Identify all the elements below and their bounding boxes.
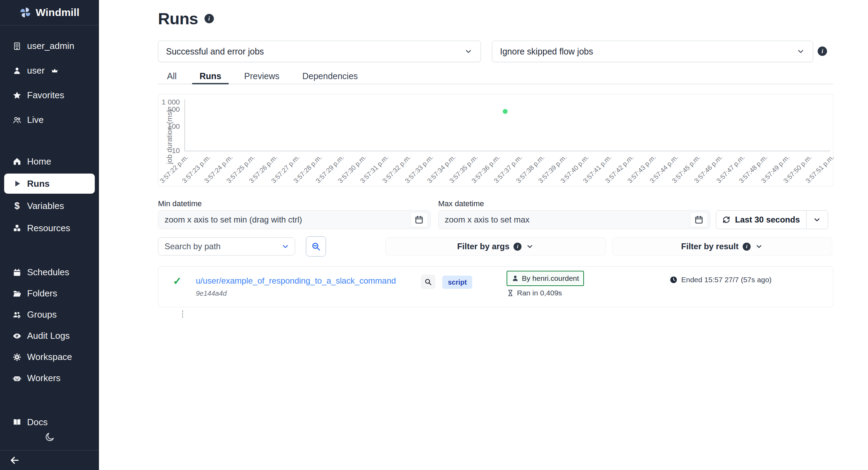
min-datetime-input[interactable] <box>158 211 410 229</box>
skipped-flow-info-icon[interactable]: i <box>818 47 827 56</box>
calendar-icon <box>694 215 704 225</box>
sidebar-item-runs[interactable]: Runs <box>0 173 99 195</box>
max-datetime-input[interactable] <box>439 211 690 229</box>
run-by-badge[interactable]: By henri.courdent <box>507 271 584 286</box>
collapse-sidebar-arrow-icon[interactable] <box>9 455 20 466</box>
chart-y-tick: 10 <box>158 146 180 155</box>
completion-status-select[interactable]: Successful and error jobs <box>158 41 481 62</box>
chart-data-point[interactable] <box>503 109 508 114</box>
sidebar-item-label: Groups <box>27 309 57 320</box>
sidebar-item-label: Audit Logs <box>27 330 70 341</box>
time-range-dropdown[interactable] <box>807 215 828 224</box>
person-icon <box>511 275 519 282</box>
chart-plot-area[interactable] <box>185 98 830 151</box>
run-by-label: By henri.courdent <box>522 274 579 283</box>
sidebar-header[interactable]: Windmill <box>0 0 99 25</box>
home-icon <box>12 157 22 166</box>
max-datetime-field <box>438 210 710 229</box>
sidebar: Windmill user_adminuserFavoritesLiveHome… <box>0 0 99 470</box>
sidebar-item-docs[interactable]: Docs <box>0 414 99 430</box>
star-icon <box>12 91 22 100</box>
sidebar-item-audit-logs[interactable]: Audit Logs <box>0 325 99 346</box>
sidebar-item-resources[interactable]: Resources <box>0 217 99 239</box>
collapse-row <box>0 451 99 470</box>
sidebar-section-0: user_adminuserFavoritesLive <box>0 34 99 132</box>
sidebar-item-label: user_admin <box>27 41 74 51</box>
sidebar-item-groups[interactable]: Groups <box>0 304 99 325</box>
person-icon <box>12 66 22 75</box>
sidebar-item-workspace-user-admin[interactable]: user_admin <box>0 34 99 58</box>
sidebar-item-folders[interactable]: Folders <box>0 283 99 304</box>
sidebar-item-label: Workers <box>27 373 60 384</box>
sidebar-item-schedules[interactable]: Schedules <box>0 262 99 283</box>
tab-previews[interactable]: Previews <box>235 68 288 84</box>
runs-duration-chart: job duration (ms) 1 000500100103:57:22 p… <box>158 94 833 186</box>
sidebar-item-favorites[interactable]: Favorites <box>0 83 99 108</box>
theme-toggle-row <box>0 429 99 445</box>
job-kind-badge: script <box>442 276 472 289</box>
sidebar-item-label: Runs <box>27 178 50 189</box>
crown-icon <box>51 67 58 74</box>
building-icon <box>12 42 22 51</box>
sidebar-item-label: Home <box>27 156 51 167</box>
sidebar-nav: user_adminuserFavoritesLiveHomeRuns$Vari… <box>0 34 99 389</box>
users-icon <box>12 116 22 125</box>
run-path-link[interactable]: u/user/example_of_responding_to_a_slack_… <box>196 276 396 286</box>
sidebar-item-live[interactable]: Live <box>0 108 99 132</box>
groups-icon <box>12 310 22 319</box>
sidebar-item-workspace[interactable]: Workspace <box>0 346 99 368</box>
windmill-logo-icon <box>19 7 31 18</box>
title-row: Runs i <box>158 9 214 28</box>
sidebar-item-home[interactable]: Home <box>0 150 99 173</box>
filter-args-info-icon: i <box>514 243 521 251</box>
sidebar-docs-container: Docs <box>0 414 99 430</box>
page-title: Runs <box>158 9 198 28</box>
hourglass-icon <box>507 289 514 297</box>
brand-name: Windmill <box>36 7 80 18</box>
tabs-row: AllRunsPreviewsDependencies <box>158 68 833 84</box>
runs-info-icon[interactable]: i <box>205 14 214 23</box>
magnifier-icon <box>424 278 432 286</box>
filter-by-args-button[interactable]: Filter by args i <box>385 237 606 255</box>
gear-icon <box>12 353 22 362</box>
sidebar-item-label: Resources <box>27 223 70 234</box>
main-content: Runs i Successful and error jobs Ignore … <box>99 0 868 470</box>
tab-dependencies[interactable]: Dependencies <box>293 68 367 84</box>
chart-y-tick: 100 <box>158 122 180 131</box>
min-datetime-field <box>158 210 431 229</box>
zoom-out-magnifier-icon <box>311 241 321 252</box>
sidebar-item-user[interactable]: user <box>0 58 99 83</box>
tab-runs[interactable]: Runs <box>191 68 231 84</box>
min-datetime-calendar-button[interactable] <box>410 212 428 227</box>
inspect-run-button[interactable] <box>421 275 435 289</box>
sidebar-section-2: SchedulesFoldersGroupsAudit LogsWorkspac… <box>0 262 99 389</box>
robot-icon <box>12 374 22 383</box>
filter-by-result-button[interactable]: Filter by result i <box>612 237 832 255</box>
sidebar-item-label: Favorites <box>27 90 64 101</box>
sidebar-item-label: Live <box>27 115 44 125</box>
search-by-path-combobox <box>158 237 295 255</box>
run-row: ✓ u/user/example_of_responding_to_a_slac… <box>158 266 833 307</box>
search-button[interactable] <box>306 236 326 257</box>
max-datetime-label: Max datetime <box>438 199 484 208</box>
tab-all[interactable]: All <box>158 68 186 84</box>
play-icon <box>12 179 22 188</box>
chart-y-tick: 500 <box>158 105 180 114</box>
chevron-down-icon <box>464 47 473 56</box>
run-duration-label: Ran in 0,409s <box>517 289 562 297</box>
chevron-down-icon[interactable] <box>281 242 290 251</box>
refresh-icon <box>722 215 731 224</box>
sidebar-item-label: Workspace <box>27 352 72 362</box>
filter-by-result-label: Filter by result <box>681 242 738 251</box>
max-datetime-calendar-button[interactable] <box>690 212 708 227</box>
filter-result-info-icon: i <box>743 243 751 251</box>
time-range-button[interactable]: Last 30 seconds <box>716 210 828 229</box>
success-check-icon: ✓ <box>173 275 182 287</box>
sidebar-item-variables[interactable]: $Variables <box>0 195 99 217</box>
sidebar-item-workers[interactable]: Workers <box>0 368 99 389</box>
run-ended-label: Ended 15:57 27/7 (57s ago) <box>681 276 771 284</box>
min-datetime-label: Min datetime <box>158 199 202 208</box>
skipped-flow-select[interactable]: Ignore skipped flow jobs <box>492 41 813 62</box>
moon-icon[interactable] <box>44 432 55 442</box>
search-by-path-input[interactable] <box>165 242 281 251</box>
